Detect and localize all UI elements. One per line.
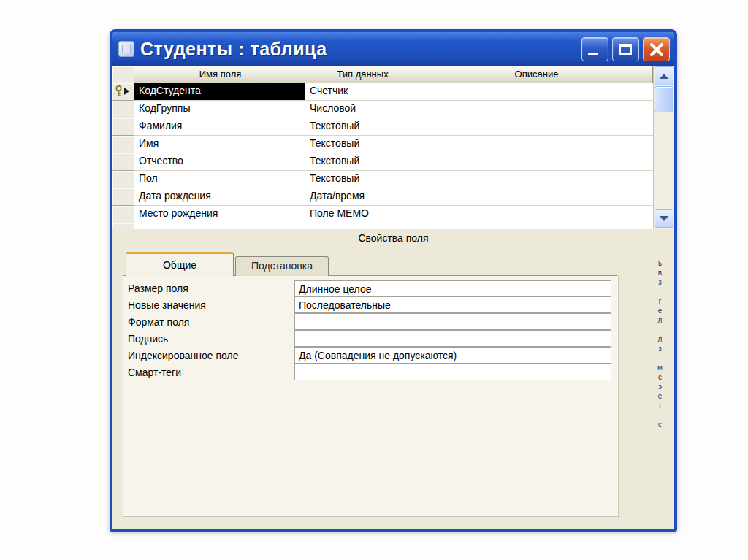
row-selector[interactable] — [112, 188, 134, 206]
property-row: Индексированное поле Да (Совпадения не д… — [128, 348, 617, 364]
format-input[interactable] — [294, 313, 611, 330]
help-text-column: ь в з г е л л з м с э е т с — [649, 248, 671, 524]
table-row: КодСтудента Счетчик — [112, 83, 674, 101]
table-row: Дата рождения Дата/время — [112, 188, 674, 206]
field-name-cell[interactable]: КодГруппы — [134, 101, 305, 118]
header-description: Описание — [419, 66, 653, 83]
property-row: Размер поля Длинное целое — [128, 280, 617, 297]
table-row: Пол Текстовый — [112, 171, 674, 188]
selector-header-cell — [112, 66, 134, 83]
description-cell[interactable] — [419, 223, 653, 229]
scroll-thumb[interactable] — [654, 86, 673, 112]
property-label: Подпись — [128, 331, 294, 348]
field-grid: Имя поля Тип данных Описание — [112, 66, 674, 229]
field-properties-label: Свойства поля — [358, 232, 428, 244]
titlebar[interactable]: Студенты : таблица — [112, 32, 674, 66]
row-selector[interactable] — [112, 136, 134, 153]
property-label: Формат поля — [128, 314, 294, 331]
tab-general[interactable]: Общие — [126, 252, 234, 276]
description-cell[interactable] — [419, 118, 653, 136]
table-row: Фамилия Текстовый — [112, 118, 674, 136]
row-selector[interactable] — [112, 101, 134, 118]
field-name-cell[interactable]: Отчество — [134, 153, 305, 171]
row-selector[interactable] — [112, 118, 134, 136]
property-label: Смарт-теги — [128, 364, 294, 381]
property-row: Новые значения Последовательные — [128, 297, 617, 314]
new-values-input[interactable]: Последовательные — [294, 296, 611, 313]
close-button[interactable] — [643, 37, 670, 61]
row-selector[interactable] — [112, 83, 134, 101]
row-selector[interactable] — [112, 171, 134, 188]
description-cell[interactable] — [419, 83, 653, 101]
table-row: КодГруппы Числовой — [112, 101, 674, 118]
scroll-down-icon — [660, 216, 668, 221]
primary-key-icon — [114, 85, 123, 97]
field-name-cell[interactable]: Имя — [134, 136, 305, 153]
field-name-cell[interactable]: Фамилия — [134, 118, 305, 136]
data-type-cell[interactable]: Счетчик — [305, 83, 419, 101]
window-title: Студенты : таблица — [140, 39, 578, 60]
property-label: Новые значения — [128, 297, 294, 314]
description-cell[interactable] — [419, 171, 653, 188]
description-cell[interactable] — [419, 188, 653, 206]
minimize-button[interactable] — [581, 37, 608, 61]
scroll-down-button[interactable] — [654, 209, 673, 228]
maximize-icon — [619, 44, 632, 55]
field-name-cell[interactable]: Дата рождения — [134, 188, 305, 206]
property-tabs: Общие Подстановка — [126, 251, 674, 276]
data-type-cell[interactable]: Дата/время — [305, 188, 419, 206]
scroll-up-icon — [660, 74, 668, 79]
table-row: Отчество Текстовый — [112, 153, 674, 171]
maximize-button[interactable] — [612, 37, 639, 61]
current-row-arrow-icon — [124, 88, 129, 95]
indexed-input[interactable]: Да (Совпадения не допускаются) — [294, 347, 611, 364]
students-table-design-window: Студенты : таблица Имя поля — [110, 29, 677, 532]
property-label: Размер поля — [128, 280, 294, 297]
property-label: Индексированное поле — [128, 348, 294, 364]
description-cell[interactable] — [419, 153, 653, 171]
property-row: Формат поля — [128, 314, 617, 331]
minimize-icon — [588, 53, 598, 55]
field-name-cell[interactable]: Место рождения — [134, 206, 305, 223]
table-row: Имя Текстовый — [112, 136, 674, 153]
field-name-cell[interactable]: Пол — [134, 171, 305, 188]
caption-input[interactable] — [294, 330, 611, 347]
data-type-cell[interactable]: Текстовый — [305, 136, 419, 153]
row-selector[interactable] — [112, 153, 134, 171]
property-row: Смарт-теги — [128, 364, 617, 381]
header-field-name: Имя поля — [134, 66, 305, 83]
grid-header-row: Имя поля Тип данных Описание — [112, 66, 674, 83]
page-background: Студенты : таблица Имя поля — [0, 0, 748, 560]
header-data-type: Тип данных — [305, 66, 419, 83]
data-type-cell[interactable]: Текстовый — [305, 171, 419, 188]
field-properties-divider: Свойства поля — [112, 229, 674, 247]
property-row: Подпись — [128, 331, 617, 348]
data-type-cell[interactable]: Текстовый — [305, 118, 419, 136]
property-sheet-area: Общие Подстановка Размер поля Длинное це… — [112, 247, 674, 529]
row-selector[interactable] — [112, 223, 134, 229]
table-row-empty — [112, 223, 674, 229]
grid-scrollbar[interactable] — [653, 66, 674, 229]
description-cell[interactable] — [419, 101, 653, 118]
description-cell[interactable] — [419, 206, 653, 223]
close-icon — [648, 41, 665, 61]
data-type-cell[interactable] — [305, 223, 419, 229]
properties-panel: Размер поля Длинное целое Новые значения… — [123, 275, 618, 516]
table-row: Место рождения Поле MEMO — [112, 206, 674, 223]
field-name-cell[interactable]: КодСтудента — [134, 83, 305, 101]
description-cell[interactable] — [419, 136, 653, 153]
smart-tags-input[interactable] — [294, 364, 611, 380]
data-type-cell[interactable]: Текстовый — [305, 153, 419, 171]
data-type-cell[interactable]: Поле MEMO — [305, 206, 419, 223]
row-selector[interactable] — [112, 206, 134, 223]
data-type-cell[interactable]: Числовой — [305, 101, 419, 118]
field-size-input[interactable]: Длинное целое — [294, 280, 611, 297]
scroll-up-button[interactable] — [654, 66, 673, 85]
tab-lookup[interactable]: Подстановка — [235, 256, 329, 276]
window-icon — [118, 41, 134, 57]
field-name-cell[interactable] — [134, 223, 305, 229]
